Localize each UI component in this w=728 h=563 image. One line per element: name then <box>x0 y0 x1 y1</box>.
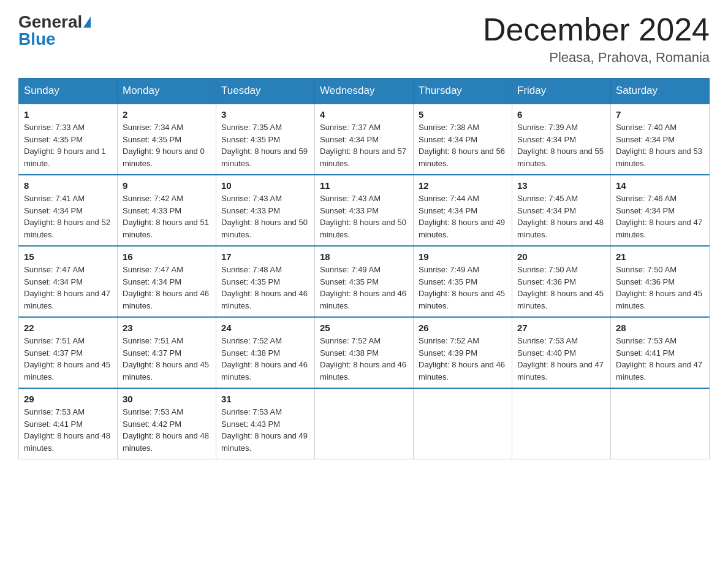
calendar-cell: 9 Sunrise: 7:42 AMSunset: 4:33 PMDayligh… <box>118 175 216 246</box>
calendar-cell: 21 Sunrise: 7:50 AMSunset: 4:36 PMDaylig… <box>611 246 710 317</box>
calendar-cell <box>315 388 414 459</box>
day-number: 5 <box>419 109 507 120</box>
calendar-cell: 19 Sunrise: 7:49 AMSunset: 4:35 PMDaylig… <box>414 246 512 317</box>
day-number: 23 <box>123 323 211 333</box>
calendar-cell <box>414 388 512 459</box>
day-number: 21 <box>616 251 704 262</box>
title-block: December 2024 Pleasa, Prahova, Romania <box>483 12 710 66</box>
day-number: 4 <box>320 109 408 120</box>
calendar-cell: 10 Sunrise: 7:43 AMSunset: 4:33 PMDaylig… <box>216 175 315 246</box>
calendar-cell: 25 Sunrise: 7:52 AMSunset: 4:38 PMDaylig… <box>315 317 414 388</box>
day-info: Sunrise: 7:43 AMSunset: 4:33 PMDaylight:… <box>320 193 408 240</box>
day-info: Sunrise: 7:52 AMSunset: 4:38 PMDaylight:… <box>320 335 408 383</box>
calendar-cell: 14 Sunrise: 7:46 AMSunset: 4:34 PMDaylig… <box>611 175 710 246</box>
day-number: 12 <box>419 180 507 191</box>
day-number: 31 <box>221 394 309 404</box>
day-info: Sunrise: 7:44 AMSunset: 4:34 PMDaylight:… <box>419 193 507 240</box>
day-header-tuesday: Tuesday <box>216 79 315 104</box>
calendar-cell: 29 Sunrise: 7:53 AMSunset: 4:41 PMDaylig… <box>19 388 118 459</box>
day-number: 29 <box>24 394 112 404</box>
day-header-wednesday: Wednesday <box>315 79 414 104</box>
day-number: 7 <box>616 109 704 120</box>
day-header-thursday: Thursday <box>414 79 512 104</box>
day-info: Sunrise: 7:33 AMSunset: 4:35 PMDaylight:… <box>24 121 112 169</box>
day-header-saturday: Saturday <box>611 79 710 104</box>
day-number: 18 <box>320 251 408 262</box>
day-number: 3 <box>221 109 309 120</box>
day-info: Sunrise: 7:51 AMSunset: 4:37 PMDaylight:… <box>24 335 112 383</box>
calendar-cell: 28 Sunrise: 7:53 AMSunset: 4:41 PMDaylig… <box>611 317 710 388</box>
day-info: Sunrise: 7:50 AMSunset: 4:36 PMDaylight:… <box>616 264 704 312</box>
day-number: 28 <box>616 323 704 333</box>
day-info: Sunrise: 7:46 AMSunset: 4:34 PMDaylight:… <box>616 193 704 240</box>
calendar-cell: 1 Sunrise: 7:33 AMSunset: 4:35 PMDayligh… <box>19 104 118 175</box>
calendar-cell: 22 Sunrise: 7:51 AMSunset: 4:37 PMDaylig… <box>19 317 118 388</box>
day-info: Sunrise: 7:53 AMSunset: 4:43 PMDaylight:… <box>221 406 309 454</box>
calendar-cell: 23 Sunrise: 7:51 AMSunset: 4:37 PMDaylig… <box>118 317 216 388</box>
calendar-cell: 2 Sunrise: 7:34 AMSunset: 4:35 PMDayligh… <box>118 104 216 175</box>
calendar-cell: 26 Sunrise: 7:52 AMSunset: 4:39 PMDaylig… <box>414 317 512 388</box>
calendar-cell: 11 Sunrise: 7:43 AMSunset: 4:33 PMDaylig… <box>315 175 414 246</box>
calendar-title: December 2024 <box>483 12 710 47</box>
day-info: Sunrise: 7:37 AMSunset: 4:34 PMDaylight:… <box>320 121 408 169</box>
calendar-cell: 30 Sunrise: 7:53 AMSunset: 4:42 PMDaylig… <box>118 388 216 459</box>
day-info: Sunrise: 7:50 AMSunset: 4:36 PMDaylight:… <box>517 264 605 312</box>
calendar-cell: 8 Sunrise: 7:41 AMSunset: 4:34 PMDayligh… <box>19 175 118 246</box>
day-info: Sunrise: 7:48 AMSunset: 4:35 PMDaylight:… <box>221 264 309 312</box>
logo-triangle-icon <box>83 17 91 28</box>
day-info: Sunrise: 7:52 AMSunset: 4:39 PMDaylight:… <box>419 335 507 383</box>
day-header-monday: Monday <box>118 79 216 104</box>
calendar-table: SundayMondayTuesdayWednesdayThursdayFrid… <box>18 78 710 459</box>
day-info: Sunrise: 7:51 AMSunset: 4:37 PMDaylight:… <box>123 335 211 383</box>
day-number: 8 <box>24 180 112 191</box>
day-number: 1 <box>24 109 112 120</box>
calendar-cell: 16 Sunrise: 7:47 AMSunset: 4:34 PMDaylig… <box>118 246 216 317</box>
day-header-friday: Friday <box>512 79 611 104</box>
calendar-week-row: 1 Sunrise: 7:33 AMSunset: 4:35 PMDayligh… <box>19 104 710 175</box>
day-info: Sunrise: 7:34 AMSunset: 4:35 PMDaylight:… <box>123 121 211 169</box>
day-number: 25 <box>320 323 408 333</box>
day-number: 30 <box>123 394 211 404</box>
day-info: Sunrise: 7:41 AMSunset: 4:34 PMDaylight:… <box>24 193 112 240</box>
day-info: Sunrise: 7:53 AMSunset: 4:41 PMDaylight:… <box>24 406 112 454</box>
day-number: 22 <box>24 323 112 333</box>
day-info: Sunrise: 7:53 AMSunset: 4:41 PMDaylight:… <box>616 335 704 383</box>
day-info: Sunrise: 7:47 AMSunset: 4:34 PMDaylight:… <box>24 264 112 312</box>
day-info: Sunrise: 7:42 AMSunset: 4:33 PMDaylight:… <box>123 193 211 240</box>
calendar-cell <box>611 388 710 459</box>
day-number: 2 <box>123 109 211 120</box>
calendar-cell: 12 Sunrise: 7:44 AMSunset: 4:34 PMDaylig… <box>414 175 512 246</box>
page-header: General Blue December 2024 Pleasa, Praho… <box>18 12 710 66</box>
calendar-subtitle: Pleasa, Prahova, Romania <box>483 50 710 66</box>
day-info: Sunrise: 7:49 AMSunset: 4:35 PMDaylight:… <box>320 264 408 312</box>
calendar-cell <box>512 388 611 459</box>
calendar-cell: 13 Sunrise: 7:45 AMSunset: 4:34 PMDaylig… <box>512 175 611 246</box>
day-info: Sunrise: 7:53 AMSunset: 4:40 PMDaylight:… <box>517 335 605 383</box>
day-number: 15 <box>24 251 112 262</box>
calendar-cell: 3 Sunrise: 7:35 AMSunset: 4:35 PMDayligh… <box>216 104 315 175</box>
day-info: Sunrise: 7:40 AMSunset: 4:34 PMDaylight:… <box>616 121 704 169</box>
day-info: Sunrise: 7:47 AMSunset: 4:34 PMDaylight:… <box>123 264 211 312</box>
calendar-cell: 24 Sunrise: 7:52 AMSunset: 4:38 PMDaylig… <box>216 317 315 388</box>
day-number: 13 <box>517 180 605 191</box>
calendar-cell: 27 Sunrise: 7:53 AMSunset: 4:40 PMDaylig… <box>512 317 611 388</box>
calendar-cell: 5 Sunrise: 7:38 AMSunset: 4:34 PMDayligh… <box>414 104 512 175</box>
day-info: Sunrise: 7:45 AMSunset: 4:34 PMDaylight:… <box>517 193 605 240</box>
day-number: 10 <box>221 180 309 191</box>
day-number: 24 <box>221 323 309 333</box>
day-info: Sunrise: 7:52 AMSunset: 4:38 PMDaylight:… <box>221 335 309 383</box>
day-info: Sunrise: 7:53 AMSunset: 4:42 PMDaylight:… <box>123 406 211 454</box>
calendar-cell: 4 Sunrise: 7:37 AMSunset: 4:34 PMDayligh… <box>315 104 414 175</box>
calendar-cell: 15 Sunrise: 7:47 AMSunset: 4:34 PMDaylig… <box>19 246 118 317</box>
calendar-week-row: 22 Sunrise: 7:51 AMSunset: 4:37 PMDaylig… <box>19 317 710 388</box>
day-info: Sunrise: 7:43 AMSunset: 4:33 PMDaylight:… <box>221 193 309 240</box>
calendar-week-row: 15 Sunrise: 7:47 AMSunset: 4:34 PMDaylig… <box>19 246 710 317</box>
calendar-week-row: 29 Sunrise: 7:53 AMSunset: 4:41 PMDaylig… <box>19 388 710 459</box>
day-number: 27 <box>517 323 605 333</box>
calendar-week-row: 8 Sunrise: 7:41 AMSunset: 4:34 PMDayligh… <box>19 175 710 246</box>
calendar-cell: 17 Sunrise: 7:48 AMSunset: 4:35 PMDaylig… <box>216 246 315 317</box>
calendar-cell: 6 Sunrise: 7:39 AMSunset: 4:34 PMDayligh… <box>512 104 611 175</box>
day-info: Sunrise: 7:35 AMSunset: 4:35 PMDaylight:… <box>221 121 309 169</box>
day-info: Sunrise: 7:49 AMSunset: 4:35 PMDaylight:… <box>419 264 507 312</box>
day-number: 11 <box>320 180 408 191</box>
